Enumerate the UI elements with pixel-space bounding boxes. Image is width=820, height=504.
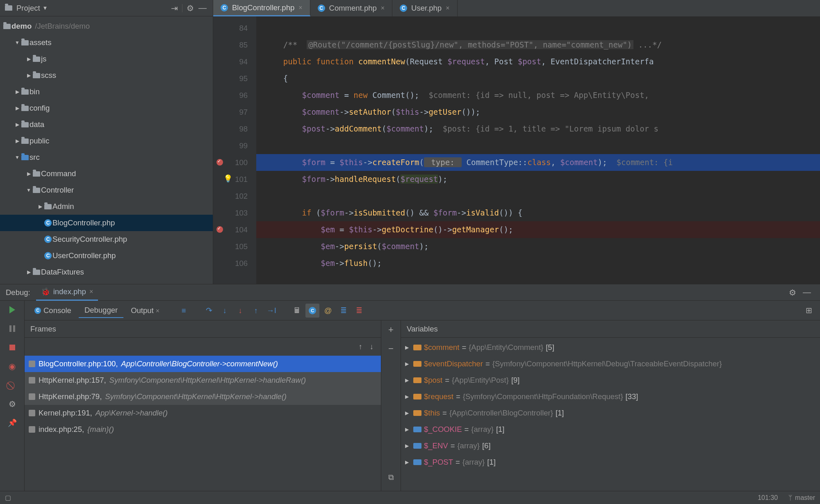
code-line[interactable]: { bbox=[256, 70, 820, 87]
remove-watch-button[interactable]: − bbox=[388, 343, 394, 354]
variable-row[interactable]: ▶ $request = {Symfony\Component\HttpFoun… bbox=[401, 388, 820, 405]
gutter-line[interactable]: 98 bbox=[213, 120, 248, 137]
tree-item[interactable]: ▼Controller bbox=[0, 182, 213, 198]
gutter-line[interactable]: 96 bbox=[213, 87, 248, 104]
step-over-button[interactable]: ↷ bbox=[202, 304, 216, 318]
copy-icon[interactable]: ⧉ bbox=[388, 473, 394, 482]
expand-arrow-icon[interactable]: ▶ bbox=[405, 361, 411, 367]
stack-frame[interactable]: HttpKernel.php:79, Symfony\Component\Htt… bbox=[25, 388, 381, 405]
hide-sidebar-button[interactable]: — bbox=[196, 3, 209, 13]
hide-debug-button[interactable]: — bbox=[800, 288, 814, 297]
stack-frame[interactable]: Kernel.php:191, App\Kernel->handle() bbox=[25, 405, 381, 421]
run-to-cursor-button[interactable]: →I bbox=[264, 304, 278, 318]
toggle-at-button[interactable]: @ bbox=[321, 304, 335, 318]
tree-item[interactable]: ▶bin bbox=[0, 84, 213, 100]
evaluate-expression-button[interactable]: 🖩 bbox=[290, 304, 304, 318]
tree-root[interactable]: demo/JetBrains/demo bbox=[0, 18, 213, 34]
debugger-tab[interactable]: Debugger bbox=[79, 303, 123, 318]
expand-arrow-icon[interactable]: ▶ bbox=[405, 394, 411, 400]
variables-list[interactable]: ▶ $comment = {App\Entity\Comment} [5]▶ $… bbox=[401, 338, 820, 504]
collapse-all-button[interactable]: ⇥ bbox=[168, 3, 180, 13]
editor-tab[interactable]: CComment.php× bbox=[310, 0, 393, 16]
tree-item[interactable]: ▶public bbox=[0, 133, 213, 149]
gutter-line[interactable]: 105 bbox=[213, 238, 248, 255]
code-line[interactable]: $comment = new Comment(); $comment: {id … bbox=[256, 87, 820, 104]
toggle-list2-button[interactable]: ≣ bbox=[352, 304, 366, 318]
settings-gear-icon[interactable]: ⚙ bbox=[184, 3, 196, 13]
tool-window-icon[interactable]: ▢ bbox=[5, 494, 11, 502]
breakpoint-icon[interactable] bbox=[216, 226, 223, 233]
project-dropdown-label[interactable]: Project bbox=[16, 4, 40, 13]
expand-arrow-icon[interactable]: ▶ bbox=[405, 427, 411, 432]
tree-item[interactable]: ▶Command bbox=[0, 166, 213, 182]
toggle-class-button[interactable]: C bbox=[305, 304, 319, 318]
expand-arrow-icon[interactable]: ▶ bbox=[405, 377, 411, 383]
editor-tab[interactable]: CUser.php× bbox=[392, 0, 457, 16]
caret-position[interactable]: 101:30 bbox=[758, 494, 778, 502]
intention-bulb-icon[interactable]: 💡 bbox=[223, 174, 232, 183]
gutter-line[interactable]: 106 bbox=[213, 255, 248, 272]
console-tab[interactable]: C Console bbox=[29, 304, 77, 318]
debug-session-tab[interactable]: 🐞 index.php × bbox=[36, 284, 98, 301]
close-icon[interactable]: × bbox=[298, 4, 302, 11]
variable-row[interactable]: ▶ $_ENV = {array} [6] bbox=[401, 438, 820, 454]
chevron-down-icon[interactable]: ▼ bbox=[43, 5, 48, 11]
toggle-list-button[interactable]: ≣ bbox=[337, 304, 351, 318]
code-line[interactable]: $em = $this->getDoctrine()->getManager()… bbox=[256, 221, 820, 238]
step-into-button[interactable]: ↓ bbox=[218, 304, 232, 318]
pin-button[interactable]: 📌 bbox=[7, 418, 17, 428]
variable-row[interactable]: ▶ $_COOKIE = {array} [1] bbox=[401, 421, 820, 438]
stop-button[interactable] bbox=[7, 343, 17, 352]
tree-item[interactable]: ▶Admin bbox=[0, 198, 213, 215]
variable-row[interactable]: ▶ $comment = {App\Entity\Comment} [5] bbox=[401, 339, 820, 356]
tree-item[interactable]: CSecurityController.php bbox=[0, 231, 213, 247]
code-line[interactable]: $comment->setAuthor($this->getUser()); bbox=[256, 104, 820, 120]
step-out-button[interactable]: ↑ bbox=[249, 304, 263, 318]
close-icon[interactable]: × bbox=[381, 5, 385, 12]
code-line[interactable]: public function commentNew(Request $requ… bbox=[256, 53, 820, 70]
code-line[interactable]: $em->flush(); bbox=[256, 255, 820, 272]
stack-frame[interactable]: BlogController.php:100, App\Controller\B… bbox=[25, 356, 381, 372]
gutter-line[interactable]: 95 bbox=[213, 70, 248, 87]
code-line[interactable]: $post->addComment($comment); $post: {id … bbox=[256, 120, 820, 137]
add-watch-button[interactable]: + bbox=[388, 325, 394, 335]
force-step-into-button[interactable]: ↓ bbox=[233, 304, 247, 318]
variable-row[interactable]: ▶ $post = {App\Entity\Post} [9] bbox=[401, 372, 820, 388]
tree-item[interactable]: ▼assets bbox=[0, 34, 213, 51]
code-line[interactable] bbox=[256, 137, 820, 154]
frame-down-button[interactable]: ↓ bbox=[370, 342, 374, 351]
debug-settings-button[interactable]: ⚙ bbox=[7, 399, 17, 409]
pause-button[interactable] bbox=[7, 324, 17, 334]
code-line[interactable] bbox=[256, 188, 820, 204]
frames-list[interactable]: BlogController.php:100, App\Controller\B… bbox=[25, 356, 381, 504]
gutter-line[interactable]: 84 bbox=[213, 20, 248, 36]
gutter-line[interactable]: 97 bbox=[213, 104, 248, 120]
frame-up-button[interactable]: ↑ bbox=[359, 342, 362, 351]
variable-row[interactable]: ▶ $_POST = {array} [1] bbox=[401, 454, 820, 470]
expand-arrow-icon[interactable]: ▶ bbox=[405, 345, 411, 350]
resume-button[interactable] bbox=[7, 305, 17, 315]
git-branch-label[interactable]: master bbox=[795, 494, 815, 502]
stack-frame[interactable]: index.php:25, {main}() bbox=[25, 421, 381, 438]
expand-arrow-icon[interactable]: ▶ bbox=[405, 459, 411, 465]
editor-tab[interactable]: CBlogController.php× bbox=[213, 0, 310, 16]
gutter-line[interactable]: 103 bbox=[213, 204, 248, 221]
tree-item[interactable]: ▶scss bbox=[0, 67, 213, 84]
gutter-line[interactable]: 102 bbox=[213, 188, 248, 204]
gutter-line[interactable]: 85 bbox=[213, 36, 248, 53]
tree-item[interactable]: ▶data bbox=[0, 116, 213, 133]
show-execution-point-button[interactable]: ≡ bbox=[177, 304, 191, 318]
code-line[interactable]: $form = $this->createForm( type: Comment… bbox=[256, 154, 820, 171]
close-icon[interactable]: × bbox=[89, 288, 93, 295]
project-tree[interactable]: demo/JetBrains/demo▼assets▶js▶scss▶bin▶c… bbox=[0, 16, 213, 284]
breakpoint-icon[interactable] bbox=[216, 159, 223, 166]
code-line[interactable]: /** @Route("/comment/{postSlug}/new", me… bbox=[256, 36, 820, 53]
git-branch-icon[interactable]: ᛘ bbox=[788, 494, 793, 502]
code-line[interactable]: $em->persist($comment); bbox=[256, 238, 820, 255]
tree-item[interactable]: CUserController.php bbox=[0, 247, 213, 264]
code-line[interactable]: $form->handleRequest($request); bbox=[256, 171, 820, 188]
expand-arrow-icon[interactable]: ▶ bbox=[405, 410, 411, 416]
close-icon[interactable]: × bbox=[446, 5, 449, 12]
layout-button[interactable]: ⊞ bbox=[802, 304, 816, 318]
gutter-line[interactable]: 99 bbox=[213, 137, 248, 154]
